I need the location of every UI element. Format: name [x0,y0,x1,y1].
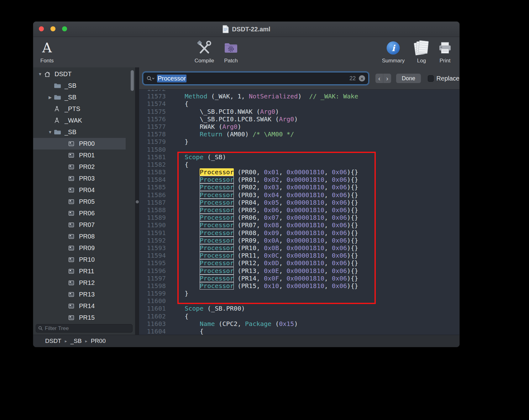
disclosure-down-icon[interactable]: ▼ [46,130,54,134]
tree-item-pr15[interactable]: PR15 [33,312,126,322]
breadcrumb-item[interactable]: _SB [71,338,82,344]
search-menu-icon[interactable] [146,76,155,81]
tree-item-_sb[interactable]: ▶_SB [33,92,126,103]
breadcrumb-item[interactable]: DSDT [45,338,61,344]
code-line: 11588 Processor (PR05, 0x06, 0x00001810,… [139,206,459,214]
code-line: 11585 Processor (PR02, 0x03, 0x00001810,… [139,183,459,191]
toolbar-item-label: Log [417,58,426,64]
toolbar-item-label: Print [440,58,451,64]
tree-item-pr09[interactable]: PR09 [33,242,126,254]
code-line-content: Return (AM00) /* \AM00 */ [166,130,294,138]
tree-item-label: DSDT [55,71,71,78]
processor-icon [68,210,78,216]
find-previous-button[interactable]: ‹ [375,74,383,83]
tree-item-pr03[interactable]: PR03 [33,173,126,184]
main-split: ▼DSDT_SB▶_SB_PTS_WAK▼_SBPR00PR01PR02PR03… [33,67,459,335]
disclosure-right-icon[interactable]: ▶ [46,95,54,100]
find-input[interactable]: Processor 22 × [143,72,369,85]
code-line-content: Processor (PR05, 0x06, 0x00001810, 0x06)… [166,206,358,214]
find-match-box: Processor [200,191,233,199]
split-handle[interactable] [136,200,139,203]
sidebar-scrollbar-thumb[interactable] [131,70,134,91]
tree-item-dsdt[interactable]: ▼DSDT [33,68,126,80]
tree-item-pr04[interactable]: PR04 [33,184,126,196]
toolbar-item-label: Patch [224,58,238,64]
disclosure-down-icon[interactable]: ▼ [36,72,44,76]
find-match-current: Processor [200,168,233,176]
code-line: 11572 [139,90,459,92]
tree-item-pr00[interactable]: PR00 [33,138,126,150]
processor-icon [68,234,78,239]
tree-item-label: PR07 [79,221,95,228]
line-number: 11586 [139,191,166,199]
tree-item-_wak[interactable]: _WAK [33,115,126,126]
tree-item-_pts[interactable]: _PTS [33,103,126,115]
find-match-box: Processor [200,214,233,221]
split-divider[interactable] [135,67,139,335]
done-button[interactable]: Done [396,74,421,83]
tree-item-pr07[interactable]: PR07 [33,219,126,231]
line-number: 11576 [139,115,166,123]
clear-search-icon[interactable]: × [359,75,365,81]
toolbar-item-label: Fonts [40,58,54,64]
breadcrumb-item[interactable]: PR00 [91,338,106,344]
code-editor[interactable]: 1157211573 Method (_WAK, 1, NotSerialize… [139,90,459,335]
find-next-button[interactable]: › [383,74,391,83]
replace-checkbox[interactable] [428,75,434,82]
print-button[interactable]: Print [437,39,453,64]
tree-item-label: PR06 [79,210,95,217]
code-line-content: Processor (PR15, 0x10, 0x00001810, 0x06)… [166,282,358,290]
tree-item-label: PR14 [79,302,95,310]
line-number: 11598 [139,282,166,290]
tree-item-pr06[interactable]: PR06 [33,207,126,219]
processor-icon [68,315,78,321]
patch-button[interactable]: Patch [223,39,238,64]
tree-item-label: _SB [65,82,76,89]
processor-icon [68,303,78,309]
tree-item-pr08[interactable]: PR08 [33,231,126,242]
filter-tree-input[interactable] [36,324,133,333]
tree-item-pr02[interactable]: PR02 [33,161,126,173]
tree-item-pr11[interactable]: PR11 [33,265,126,277]
code-line-content: Processor (PR02, 0x03, 0x00001810, 0x06)… [166,183,358,191]
code-line: 11583 Processor (PR00, 0x01, 0x00001810,… [139,168,459,176]
tree-item-pr01[interactable]: PR01 [33,150,126,161]
minimize-window-button[interactable] [50,26,55,31]
tree-item-label: PR00 [79,140,95,147]
content-pane: Processor 22 × ‹ › Done Replace 11572115… [139,67,459,335]
tree-item-_sb[interactable]: _SB [33,80,126,92]
fonts-button[interactable]: A Fonts [40,39,54,64]
code-line-content: Scope (_SB.PR00) [166,305,245,312]
code-line: 11591 Processor (PR08, 0x09, 0x00001810,… [139,229,459,237]
close-window-button[interactable] [39,26,44,31]
line-number: 11593 [139,244,166,252]
code-line-content: \_SB.PCI0.LPCB.SWAK (Arg0) [166,115,298,123]
code-line-content: { [166,328,203,335]
code-line: 11587 Processor (PR04, 0x05, 0x00001810,… [139,199,459,206]
code-line-content: Processor (PR12, 0x0D, 0x00001810, 0x06)… [166,259,358,267]
tree-item-label: PR01 [79,152,95,159]
compile-button[interactable]: Compile [195,39,214,64]
code-line: 11598 Processor (PR15, 0x10, 0x00001810,… [139,282,459,290]
window-title-group: DSDT-22.aml [222,25,270,33]
info-icon: i [387,39,400,57]
line-number: 11599 [139,290,166,297]
code-line-content: { [166,312,188,320]
tree-item-pr14[interactable]: PR14 [33,300,126,312]
code-line-content: RWAK (Arg0) [166,123,241,130]
processor-icon [68,257,78,263]
tree-item-pr10[interactable]: PR10 [33,254,126,265]
tree-item-_sb[interactable]: ▼_SB [33,126,126,138]
code-line: 11577 RWAK (Arg0) [139,123,459,130]
zoom-window-button[interactable] [62,26,67,31]
code-line-content: Processor (PR04, 0x05, 0x00001810, 0x06)… [166,199,358,206]
line-number: 11601 [139,305,166,312]
processor-icon [68,199,78,205]
tree-item-pr13[interactable]: PR13 [33,289,126,300]
tree-item-pr12[interactable]: PR12 [33,277,126,289]
tree-item-pr05[interactable]: PR05 [33,196,126,207]
summary-button[interactable]: i Summary [382,39,405,64]
desktop-background: DSDT-22.aml A Fonts [0,0,529,420]
code-line: 11590 Processor (PR07, 0x08, 0x00001810,… [139,221,459,229]
log-button[interactable]: Log [415,39,428,64]
